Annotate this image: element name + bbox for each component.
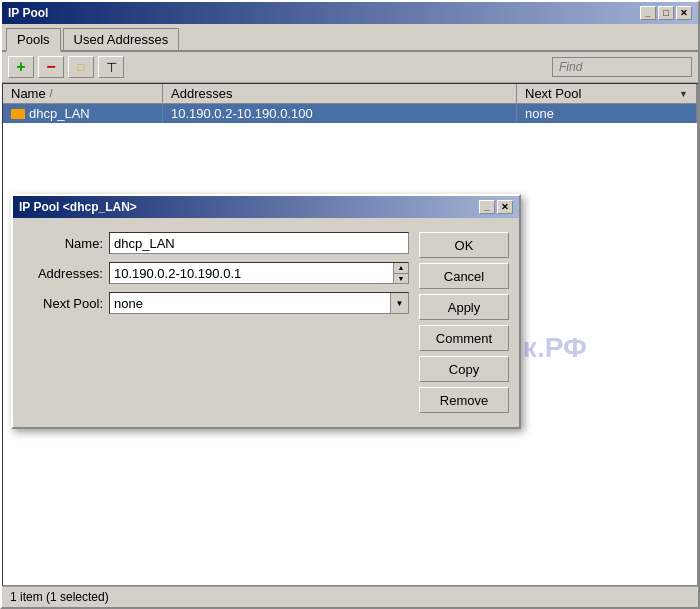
filter-icon: ⊤ bbox=[106, 60, 117, 75]
nextpool-dropdown-button[interactable]: ▼ bbox=[390, 293, 408, 313]
table-row[interactable]: dhcp_LAN 10.190.0.2-10.190.0.100 none bbox=[3, 104, 697, 123]
cell-addresses: 10.190.0.2-10.190.0.100 bbox=[163, 104, 517, 123]
apply-button[interactable]: Apply bbox=[419, 294, 509, 320]
col-header-addresses[interactable]: Addresses bbox=[163, 84, 517, 103]
cell-name: dhcp_LAN bbox=[3, 104, 163, 123]
sort-icon: / bbox=[50, 88, 53, 99]
minimize-icon: _ bbox=[645, 8, 650, 18]
remove-button[interactable]: Remove bbox=[419, 387, 509, 413]
cancel-button[interactable]: Cancel bbox=[419, 263, 509, 289]
addresses-spinner: ▲ ▼ bbox=[109, 262, 409, 284]
main-window: IP Pool _ □ ✕ Pools Used Addresses + − bbox=[0, 0, 700, 609]
dialog-minimize-button[interactable]: _ bbox=[479, 200, 495, 214]
tab-pools[interactable]: Pools bbox=[6, 28, 61, 52]
addresses-field-row: Addresses: ▲ ▼ bbox=[23, 262, 409, 284]
table-area: Name / Addresses Next Pool ▼ dhcp_LAN 10… bbox=[2, 83, 698, 586]
nextpool-input[interactable] bbox=[110, 293, 390, 313]
addresses-input[interactable] bbox=[110, 263, 393, 283]
addresses-label: Addresses: bbox=[23, 266, 103, 281]
minimize-button[interactable]: _ bbox=[640, 6, 656, 20]
dropdown-arrow-icon: ▼ bbox=[396, 299, 404, 308]
find-input[interactable] bbox=[552, 57, 692, 77]
spinner-down-button[interactable]: ▼ bbox=[394, 274, 408, 284]
dialog: IP Pool <dhcp_LAN> _ ✕ Name: bbox=[11, 194, 521, 429]
find-box bbox=[552, 57, 692, 77]
title-bar-buttons: _ □ ✕ bbox=[640, 6, 692, 20]
tab-bar: Pools Used Addresses bbox=[2, 24, 698, 52]
status-text: 1 item (1 selected) bbox=[10, 590, 109, 604]
table-header: Name / Addresses Next Pool ▼ bbox=[3, 84, 697, 104]
ok-button[interactable]: OK bbox=[419, 232, 509, 258]
maximize-button[interactable]: □ bbox=[658, 6, 674, 20]
name-field-row: Name: bbox=[23, 232, 409, 254]
add-button[interactable]: + bbox=[8, 56, 34, 78]
nextpool-label: Next Pool: bbox=[23, 296, 103, 311]
tab-used-addresses[interactable]: Used Addresses bbox=[63, 28, 180, 50]
name-input[interactable] bbox=[109, 232, 409, 254]
dialog-minimize-icon: _ bbox=[484, 202, 489, 212]
col-header-nextpool[interactable]: Next Pool ▼ bbox=[517, 84, 697, 103]
dialog-title-bar: IP Pool <dhcp_LAN> _ ✕ bbox=[13, 196, 519, 218]
window-title: IP Pool bbox=[8, 6, 48, 20]
name-label: Name: bbox=[23, 236, 103, 251]
nextpool-sort-icon: ▼ bbox=[679, 89, 688, 99]
spinner-buttons: ▲ ▼ bbox=[393, 263, 408, 283]
dialog-close-button[interactable]: ✕ bbox=[497, 200, 513, 214]
dhcp-icon bbox=[11, 109, 25, 119]
col-header-name[interactable]: Name / bbox=[3, 84, 163, 103]
maximize-icon: □ bbox=[663, 8, 668, 18]
cell-nextpool: none bbox=[517, 104, 697, 123]
comment-button[interactable]: Comment bbox=[419, 325, 509, 351]
nextpool-field-row: Next Pool: ▼ bbox=[23, 292, 409, 314]
dialog-body: Name: Addresses: ▲ ▼ bbox=[13, 218, 519, 427]
dialog-title-buttons: _ ✕ bbox=[479, 200, 513, 214]
add-icon: + bbox=[16, 58, 25, 76]
remove-button[interactable]: − bbox=[38, 56, 64, 78]
dialog-actions: OK Cancel Apply Comment Copy R bbox=[419, 232, 509, 413]
copy-button[interactable]: Copy bbox=[419, 356, 509, 382]
close-button[interactable]: ✕ bbox=[676, 6, 692, 20]
dialog-fields: Name: Addresses: ▲ ▼ bbox=[23, 232, 409, 413]
spinner-up-button[interactable]: ▲ bbox=[394, 263, 408, 274]
reset-icon: □ bbox=[78, 61, 85, 73]
filter-button[interactable]: ⊤ bbox=[98, 56, 124, 78]
dialog-title-text: IP Pool <dhcp_LAN> bbox=[19, 200, 137, 214]
dialog-close-icon: ✕ bbox=[501, 202, 509, 212]
status-bar: 1 item (1 selected) bbox=[2, 586, 698, 607]
close-icon: ✕ bbox=[680, 8, 688, 18]
reset-button[interactable]: □ bbox=[68, 56, 94, 78]
toolbar: + − □ ⊤ bbox=[2, 52, 698, 83]
title-bar: IP Pool _ □ ✕ bbox=[2, 2, 698, 24]
nextpool-dropdown: ▼ bbox=[109, 292, 409, 314]
remove-icon: − bbox=[46, 58, 55, 76]
